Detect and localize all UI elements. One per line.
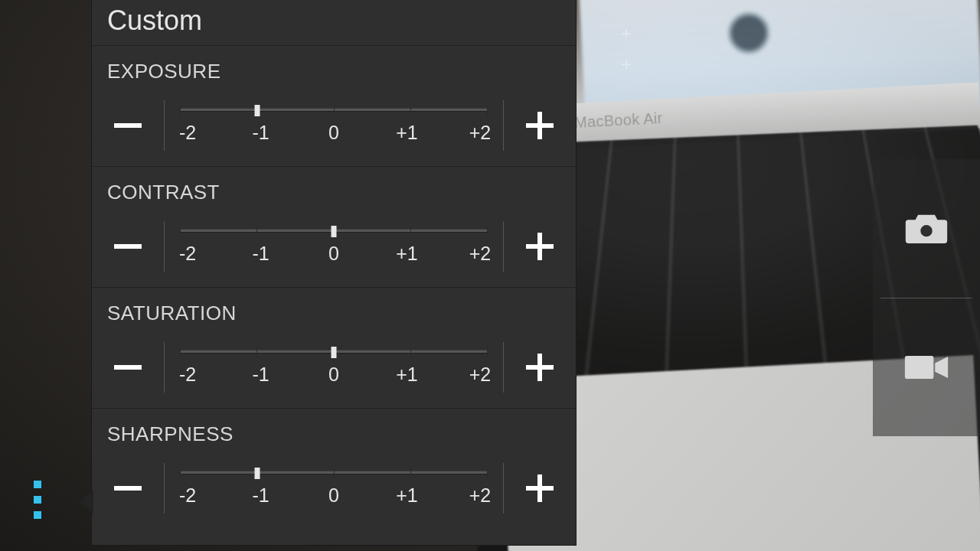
tick-label: 0 [320,364,348,386]
plus-icon [524,110,555,141]
dot-icon [34,496,41,504]
tick-label: +2 [466,243,494,265]
video-capture-button[interactable] [873,298,980,437]
sharpness-slider[interactable]: -2 -1 0 +1 +2 [165,458,503,518]
svg-rect-2 [537,112,542,139]
tick-label: +1 [394,243,421,265]
sharpness-plus-button[interactable] [504,458,576,518]
tick-label: +1 [394,122,421,144]
svg-rect-11 [537,474,542,502]
capture-bar [873,159,980,436]
svg-rect-0 [114,123,142,128]
contrast-plus-button[interactable] [504,217,576,276]
setting-saturation: SATURATION -2 -1 0 +1 +2 [92,288,576,409]
minus-icon [113,473,143,504]
svg-rect-3 [114,244,142,249]
panel-pointer-icon [80,490,93,514]
tick-label: -1 [247,484,275,507]
saturation-label: SATURATION [92,302,576,337]
tick-label: +2 [466,122,494,144]
tick-label: 0 [320,484,348,507]
saturation-slider[interactable]: -2 -1 0 +1 +2 [165,337,503,397]
svg-rect-6 [114,365,142,370]
tick-label: 0 [320,243,348,265]
minus-icon [113,231,143,262]
svg-rect-5 [537,233,542,260]
photo-capture-button[interactable] [873,159,980,298]
saturation-minus-button[interactable] [92,337,164,397]
exposure-plus-button[interactable] [504,96,576,155]
tick-label: 0 [320,122,348,144]
sharpness-label: SHARPNESS [92,422,576,458]
tick-label: +1 [394,364,421,386]
exposure-slider[interactable]: -2 -1 0 +1 +2 [165,96,503,155]
saturation-plus-button[interactable] [504,337,576,397]
image-adjust-panel: Custom EXPOSURE -2 -1 0 [92,0,576,545]
camera-icon [904,211,949,245]
plus-icon [524,473,555,504]
tick-label: -1 [247,122,275,144]
tick-label: -2 [174,122,201,144]
svg-rect-14 [905,356,934,379]
dot-icon [34,481,41,488]
svg-rect-9 [114,486,142,491]
minus-icon [113,110,143,141]
tick-label: -2 [174,484,201,507]
contrast-slider[interactable]: -2 -1 0 +1 +2 [165,217,503,276]
tick-label: +1 [394,484,421,507]
tick-label: +2 [466,484,494,507]
quickpanel-plus-icon: + [621,23,632,44]
svg-rect-8 [537,354,542,381]
minus-icon [113,352,143,383]
camera-viewport: MacBook Air + + Custom EXPOSURE -2 [0,0,980,551]
tick-label: -2 [174,243,201,265]
plus-icon [524,231,555,262]
contrast-minus-button[interactable] [92,217,164,276]
more-options-button[interactable] [34,481,41,519]
tick-label: -1 [247,364,275,386]
panel-title: Custom [92,0,576,46]
tick-label: -1 [247,243,275,265]
tick-label: -2 [174,364,201,386]
video-icon [903,352,949,383]
setting-contrast: CONTRAST -2 -1 0 +1 +2 [92,167,576,288]
setting-exposure: EXPOSURE -2 -1 0 +1 +2 [92,46,576,167]
contrast-label: CONTRAST [92,181,576,217]
sharpness-minus-button[interactable] [92,458,164,518]
exposure-label: EXPOSURE [92,60,576,96]
plus-icon [524,352,555,383]
quickpanel-plus-icon: + [621,54,632,75]
dot-icon [34,511,41,519]
setting-sharpness: SHARPNESS -2 -1 0 +1 +2 [92,409,576,529]
exposure-minus-button[interactable] [92,96,164,155]
tick-label: +2 [466,364,494,386]
